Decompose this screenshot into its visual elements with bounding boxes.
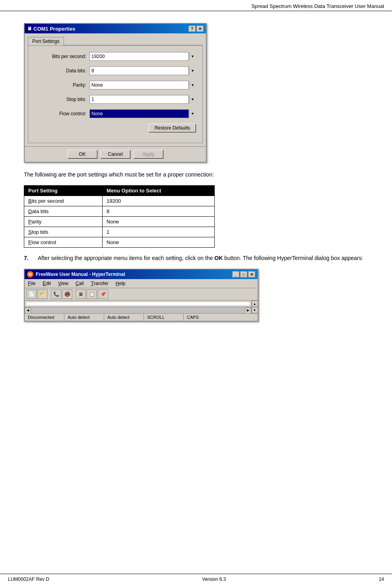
com1-tab-label: Port Settings xyxy=(32,39,60,44)
data-bits-label: Data bits: xyxy=(35,68,86,74)
hyper-titlebar-left: W FreeWave User Manual - HyperTerminal xyxy=(27,271,125,277)
toolbar-open-icon[interactable]: 📂 xyxy=(37,289,48,299)
table-row: Data bits 8 xyxy=(24,206,215,217)
com1-titlebar-buttons: ? ✕ xyxy=(188,25,204,32)
data-bits-select[interactable]: 8 xyxy=(89,66,189,75)
hscroll-right-button[interactable]: ▶ xyxy=(245,307,251,314)
vscroll-up-button[interactable]: ▲ xyxy=(252,301,258,307)
hyper-main: ◀ ▶ ▲ ▼ xyxy=(25,301,258,313)
flow-control-row: Flow control: None ▼ xyxy=(35,109,196,118)
hyper-restore-button[interactable]: □ xyxy=(240,271,247,277)
parity-label: Parity: xyxy=(35,82,86,88)
footer-center: Version 6.3 xyxy=(202,576,226,582)
cancel-button[interactable]: Cancel xyxy=(101,150,130,159)
hscroll-track[interactable] xyxy=(31,307,245,313)
stop-bits-arrow[interactable]: ▼ xyxy=(189,95,196,103)
com1-titlebar: 🖥 COM1 Properties ? ✕ xyxy=(25,24,206,33)
flow-control-label: Flow control: xyxy=(35,111,86,116)
restore-defaults-button[interactable]: Restore Defaults xyxy=(149,124,196,132)
table-row: Bits per second 19200 xyxy=(24,196,215,206)
stop-bits-value: 1 xyxy=(91,97,94,102)
com1-close-button[interactable]: ✕ xyxy=(196,25,204,32)
hyper-hscroll: ◀ ▶ xyxy=(25,307,251,313)
footer-right: 14 xyxy=(379,576,384,582)
menu-help[interactable]: Help xyxy=(114,280,127,287)
hyper-vscroll: ▲ ▼ xyxy=(251,301,258,313)
table-cell-bits-value: 19200 xyxy=(103,196,215,206)
com1-dialog-footer: OK Cancel Apply xyxy=(25,146,206,162)
hscroll-left-button[interactable]: ◀ xyxy=(25,307,31,314)
hyper-minimize-button[interactable]: _ xyxy=(232,271,239,277)
stop-bits-select[interactable]: 1 xyxy=(89,95,189,104)
com1-help-button[interactable]: ? xyxy=(188,25,196,32)
table-header-menu-option: Menu Option to Select xyxy=(103,186,215,196)
status-disconnected: Disconnected xyxy=(25,314,64,321)
toolbar-new-icon[interactable]: 📄 xyxy=(26,289,37,299)
data-bits-arrow[interactable]: ▼ xyxy=(189,67,196,75)
toolbar-dial-icon[interactable]: 📞 xyxy=(51,289,61,299)
apply-button[interactable]: Apply xyxy=(134,150,163,159)
table-header-port-setting: Port Setting xyxy=(24,186,103,196)
data-bits-value: 8 xyxy=(91,68,94,74)
list-number-7: 7. xyxy=(24,254,38,262)
hyper-content-col: ◀ ▶ xyxy=(25,301,251,313)
com1-titlebar-left: 🖥 COM1 Properties xyxy=(27,26,75,32)
menu-file[interactable]: File xyxy=(26,280,37,287)
flow-control-control: None ▼ xyxy=(89,109,196,118)
menu-view[interactable]: View xyxy=(56,280,70,287)
parity-arrow[interactable]: ▼ xyxy=(189,81,196,89)
bits-per-second-arrow[interactable]: ▼ xyxy=(189,52,196,60)
table-row: Stop bits 1 xyxy=(24,227,215,237)
flow-control-value: None xyxy=(91,111,103,116)
toolbar-props-icon[interactable]: 🖥 xyxy=(76,289,86,299)
com1-tab-bar: Port Settings xyxy=(28,37,203,45)
menu-transfer[interactable]: Transfer xyxy=(89,280,110,287)
parity-select[interactable]: None xyxy=(89,81,189,89)
list-item-7-text: After selecting the appropriate menu ite… xyxy=(38,254,363,262)
list-item-7-text-before: After selecting the appropriate menu ite… xyxy=(38,255,214,261)
toolbar-paste-icon[interactable]: 📌 xyxy=(98,289,108,299)
status-auto-detect-1-text: Auto detect xyxy=(68,315,90,320)
stop-bits-control: 1 ▼ xyxy=(89,95,196,104)
menu-call[interactable]: Call xyxy=(74,280,85,287)
parity-row: Parity: None ▼ xyxy=(35,81,196,89)
flow-control-select[interactable]: None xyxy=(89,109,189,118)
hyper-close-button[interactable]: ✕ xyxy=(248,271,255,277)
toolbar-copy-icon[interactable]: 📋 xyxy=(87,289,97,299)
com1-dialog: 🖥 COM1 Properties ? ✕ Port Settings xyxy=(24,23,207,163)
toolbar-hangup-icon[interactable]: 📵 xyxy=(62,289,72,299)
table-cell-flowcontrol-value: None xyxy=(103,237,215,248)
com1-tab-port-settings[interactable]: Port Settings xyxy=(28,37,64,45)
settings-table: Port Setting Menu Option to Select Bits … xyxy=(24,185,215,248)
hyper-toolbar: 📄 📂 📞 📵 🖥 📋 📌 xyxy=(25,288,258,301)
flow-control-arrow[interactable]: ▼ xyxy=(189,110,196,118)
hyper-menubar: File Edit View Call Transfer Help xyxy=(25,279,258,288)
status-scroll: SCROLL xyxy=(144,314,184,321)
com1-dialog-body: Port Settings Bits per second: 19200 ▼ xyxy=(25,33,206,146)
bits-per-second-select[interactable]: 19200 xyxy=(89,52,189,61)
status-auto-detect-2: Auto detect xyxy=(104,314,144,321)
restore-btn-row: Restore Defaults xyxy=(35,124,196,132)
table-row: Parity None xyxy=(24,217,215,227)
bits-per-second-row: Bits per second: 19200 ▼ xyxy=(35,52,196,61)
hyper-statusbar: Disconnected Auto detect Auto detect SCR… xyxy=(25,313,258,321)
hyper-dialog: W FreeWave User Manual - HyperTerminal _… xyxy=(24,269,258,322)
table-row: Flow control None xyxy=(24,237,215,248)
hyper-dialog-title: FreeWave User Manual - HyperTerminal xyxy=(36,272,125,277)
list-item-7-bold: OK xyxy=(214,255,223,261)
bits-per-second-label: Bits per second: xyxy=(35,54,86,59)
status-caps: CAPS xyxy=(184,314,223,321)
status-disconnected-text: Disconnected xyxy=(28,315,54,320)
page-header: Spread Spectrum Wireless Data Transceive… xyxy=(0,0,392,11)
list-item-7-text-after: button. The following HyperTerminal dial… xyxy=(223,255,363,261)
toolbar-sep-2 xyxy=(73,289,75,299)
bits-per-second-control: 19200 ▼ xyxy=(89,52,196,61)
table-cell-flowcontrol-label: Flow control xyxy=(24,237,103,248)
stop-bits-row: Stop bits: 1 ▼ xyxy=(35,95,196,104)
vscroll-down-button[interactable]: ▼ xyxy=(252,307,258,313)
hyper-content-area[interactable] xyxy=(26,302,250,305)
page-footer: LUM0002AF Rev D Version 6.3 14 xyxy=(0,574,392,582)
ok-button[interactable]: OK xyxy=(68,150,97,159)
menu-edit[interactable]: Edit xyxy=(41,280,52,287)
body-text: The following are the port settings whic… xyxy=(24,171,368,179)
